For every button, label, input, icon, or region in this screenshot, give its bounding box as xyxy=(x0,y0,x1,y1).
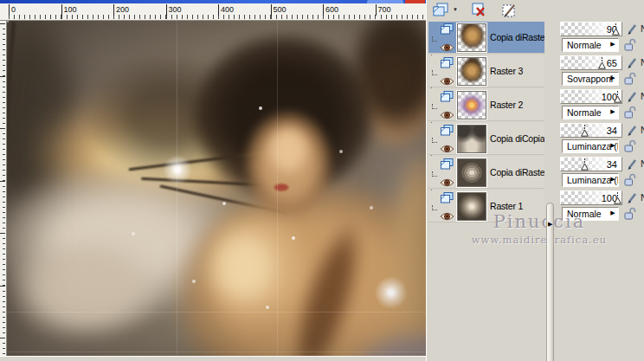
layer-thumbnail-art xyxy=(458,24,486,51)
opacity-slider-pin-icon[interactable] xyxy=(614,192,621,204)
layer-row-copia-dicopia-d[interactable]: Copia diCopia d xyxy=(428,123,544,155)
layer-connector xyxy=(429,200,438,212)
canvas-pane: 0100200300400500600700 xyxy=(0,0,426,361)
watermark-site: www.maidiregrafica.eu xyxy=(453,234,626,246)
blend-mode-arrow-icon[interactable]: ▶ xyxy=(609,139,617,151)
opacity-slider-pin-icon[interactable] xyxy=(598,57,606,69)
bottom-scrollbar-strip[interactable] xyxy=(0,356,426,361)
layer-thumbnail[interactable] xyxy=(457,91,486,119)
layer-thumbnail[interactable] xyxy=(457,125,486,153)
layer-properties: 100 N Normale ▶ xyxy=(560,89,644,121)
image-canvas[interactable] xyxy=(7,21,426,356)
layer-name: Copia diRaster xyxy=(490,167,544,177)
layer-name: Raster 3 xyxy=(490,66,544,76)
clipped-edge-glyph: N xyxy=(641,158,644,169)
brush-icon[interactable] xyxy=(626,56,639,69)
new-layer-button[interactable] xyxy=(430,2,451,19)
layer-name: Copia diRaster 1 xyxy=(490,32,544,42)
opacity-slider-pin-icon[interactable] xyxy=(581,158,589,171)
opacity-value: 65 xyxy=(607,58,617,68)
watermark-name: Pinuccia xyxy=(453,211,626,232)
visibility-eye-icon[interactable] xyxy=(440,212,454,221)
blend-mode-arrow-icon[interactable]: ▶ xyxy=(609,38,617,50)
opacity-slider[interactable]: 34 xyxy=(560,157,622,171)
layer-properties: 90 N Normale ▶ xyxy=(560,22,644,54)
layer-name: Raster 1 xyxy=(490,201,544,211)
raster-layer-icon xyxy=(441,57,454,68)
ruler-label: 0 xyxy=(9,4,16,16)
opacity-value: 34 xyxy=(607,159,617,170)
page-with-red-x-icon xyxy=(470,3,487,19)
open-lock-icon[interactable] xyxy=(623,38,636,52)
ruler-corner xyxy=(0,3,7,21)
layer-row-copia-diraster-1[interactable]: Copia diRaster 1 xyxy=(428,22,544,54)
dashed-selection-with-pen-icon xyxy=(501,3,518,19)
visibility-eye-icon[interactable] xyxy=(440,111,454,119)
visibility-eye-icon[interactable] xyxy=(440,77,454,86)
vertical-ruler xyxy=(0,21,7,356)
layer-properties: 34 N Luminanza (L) ▶ xyxy=(560,157,644,189)
raster-layer-icon xyxy=(441,23,454,35)
opacity-slider-pin-icon[interactable] xyxy=(614,91,621,103)
palette-toolbar: ▼ xyxy=(427,0,644,21)
opacity-slider-pin-icon[interactable] xyxy=(612,23,620,35)
layer-thumbnail[interactable] xyxy=(457,57,486,86)
ruler-label: 400 xyxy=(218,4,234,16)
layer-name: Raster 2 xyxy=(490,100,544,110)
clipped-edge-glyph: N xyxy=(641,23,644,34)
visibility-eye-icon[interactable] xyxy=(440,178,454,187)
blend-mode-arrow-icon[interactable]: ▶ xyxy=(609,72,617,84)
clipped-edge-glyph: N xyxy=(641,125,644,135)
watermark: Pinuccia www.maidiregrafica.eu xyxy=(453,211,626,246)
visibility-eye-icon[interactable] xyxy=(440,145,454,153)
brush-icon[interactable] xyxy=(626,158,639,171)
blend-mode-arrow-icon[interactable]: ▶ xyxy=(609,173,617,185)
open-lock-icon[interactable] xyxy=(623,139,636,153)
layer-properties: 65 N Sovrapponi ▶ xyxy=(560,55,644,87)
layer-thumbnail[interactable] xyxy=(457,158,486,187)
opacity-value: 34 xyxy=(607,126,617,136)
layer-connector xyxy=(429,132,438,145)
ruler-label: 600 xyxy=(323,4,338,16)
ruler-label: 200 xyxy=(113,4,129,16)
opacity-slider[interactable]: 34 xyxy=(560,123,622,138)
layer-name: Copia diCopia d xyxy=(490,133,544,144)
layer-thumbnail[interactable] xyxy=(457,23,486,52)
layer-connector xyxy=(429,65,438,77)
brush-icon[interactable] xyxy=(626,23,639,35)
open-lock-icon[interactable] xyxy=(623,173,636,187)
brush-icon[interactable] xyxy=(626,90,639,103)
layer-thumbnail-art xyxy=(458,159,486,186)
layer-thumbnail-art xyxy=(458,92,486,119)
art-vignette xyxy=(7,21,426,356)
ruler-label: 100 xyxy=(61,4,77,16)
clipped-edge-glyph: N xyxy=(641,91,644,101)
horizontal-ruler: 0100200300400500600700 xyxy=(7,3,426,21)
visibility-eye-icon[interactable] xyxy=(440,43,454,52)
pages-icon xyxy=(432,3,449,18)
delete-layer-button[interactable] xyxy=(468,2,489,19)
chevron-down-icon[interactable]: ▼ xyxy=(453,7,458,12)
opacity-slider[interactable]: 65 xyxy=(560,55,622,70)
palette-splitter-handle[interactable]: ▶ xyxy=(546,203,554,361)
brush-icon[interactable] xyxy=(626,191,639,204)
layer-connector xyxy=(429,166,438,178)
raster-layer-icon xyxy=(441,125,454,136)
edit-selection-button[interactable] xyxy=(499,2,520,19)
layer-connector xyxy=(429,99,438,111)
layer-row-copia-diraster[interactable]: Copia diRaster xyxy=(428,157,544,189)
open-lock-icon[interactable] xyxy=(623,72,636,86)
brush-icon[interactable] xyxy=(626,124,639,137)
open-lock-icon[interactable] xyxy=(623,106,636,119)
clipped-edge-glyph: N xyxy=(641,57,644,68)
opacity-slider-pin-icon[interactable] xyxy=(581,125,589,137)
layer-row-raster-2[interactable]: Raster 2 xyxy=(428,89,544,121)
layer-thumbnail-art xyxy=(458,126,486,152)
blend-mode-arrow-icon[interactable]: ▶ xyxy=(609,106,617,118)
raster-layer-icon xyxy=(441,192,454,203)
raster-layer-icon xyxy=(441,91,454,102)
layer-row-raster-3[interactable]: Raster 3 xyxy=(428,55,544,87)
ruler-major-ticks xyxy=(0,23,5,356)
ruler-label: 500 xyxy=(271,4,287,16)
splitter-arrow-icon: ▶ xyxy=(548,221,552,228)
